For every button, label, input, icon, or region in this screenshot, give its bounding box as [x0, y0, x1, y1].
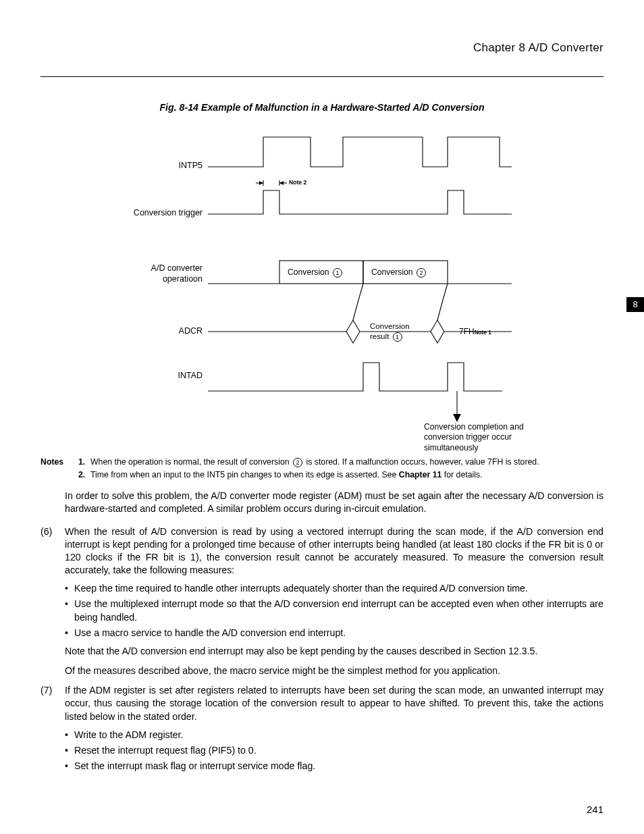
item-7-marker: (7) — [41, 684, 65, 723]
label-ad-op: A/D converter operatioon — [101, 263, 203, 284]
item-7-bullet-3: Set the interrupt mask flag or interrupt… — [65, 760, 603, 773]
item-6-after1: Note that the A/D conversion end interru… — [65, 645, 603, 658]
note2-mark: Note 2 — [289, 179, 306, 186]
note1-text-b: is stored. If a malfunction occurs, howe… — [304, 457, 539, 467]
page-number: 241 — [587, 803, 603, 816]
diagram-footer-l2: conversion trigger occur — [424, 432, 512, 442]
item-6-bullet-2: Use the multiplexed interrupt mode so th… — [65, 598, 603, 623]
label-adcr: ADCR — [101, 326, 203, 337]
item-6-after2: Of the measures described above, the mac… — [65, 664, 603, 677]
svg-marker-4 — [453, 414, 461, 422]
item-6-bullet-3: Use a macro service to handle the A/D co… — [65, 627, 603, 640]
item-6: (6) When the result of A/D conversion is… — [41, 525, 603, 577]
note2-text: Time from when an input to the INT5 pin … — [90, 469, 603, 481]
diagram-footer-l1: Conversion completion and — [424, 422, 524, 432]
item-6-marker: (6) — [41, 525, 65, 577]
op-conv2: Conversion 2 — [371, 267, 427, 278]
item-7-text: If the ADM register is set after registe… — [65, 684, 603, 723]
circled-1-a: 1 — [333, 268, 342, 278]
figure-title: Fig. 8-14 Example of Malfunction in a Ha… — [41, 101, 603, 114]
note1-sup: Note 1 — [475, 330, 491, 336]
op-conv1-text: Conversion — [288, 267, 329, 277]
op-conv1: Conversion 1 — [288, 267, 344, 278]
item-7-bullet-2: Reset the interrupt request flag (PIF5) … — [65, 744, 603, 757]
circled-2-b: 2 — [293, 458, 302, 467]
adcr-conv-result-l1: Conversion — [370, 321, 410, 330]
item-7: (7) If the ADM register is set after reg… — [41, 684, 603, 723]
note1-text: When the operation is normal, the result… — [90, 456, 603, 469]
timing-diagram: INTP5 Conversion trigger A/D converter o… — [41, 126, 603, 444]
diagram-footer-l3: simultaneously — [424, 443, 479, 452]
note2-bold: Chapter 11 — [399, 470, 442, 479]
adcr-conv-result: Conversion result 1 — [370, 321, 410, 341]
svg-marker-0 — [259, 181, 263, 185]
chapter-header: Chapter 8 A/D Converter — [41, 41, 603, 61]
label-ad-op-l2: operatioon — [163, 274, 203, 284]
para-intro: In order to solve this problem, the A/D … — [65, 490, 603, 515]
note1-num: 1. — [78, 456, 90, 469]
adcr-7fh-val: 7FH — [459, 327, 475, 336]
item-7-bullets: Write to the ADM register. Reset the int… — [65, 729, 603, 773]
header-rule — [41, 76, 603, 77]
note2-text-b: for details. — [441, 470, 482, 479]
notes-label: Notes — [41, 456, 78, 469]
op-conv2-text: Conversion — [371, 267, 413, 277]
adcr-conv-result-l2: result — [370, 332, 389, 340]
label-ad-op-l1: A/D converter — [151, 263, 203, 273]
item-7-bullet-1: Write to the ADM register. — [65, 729, 603, 741]
note2-num: 2. — [78, 469, 90, 481]
label-intad: INTAD — [101, 371, 203, 382]
notes-block: Notes 1. When the operation is normal, t… — [41, 456, 603, 481]
item-6-text: When the result of A/D conversion is rea… — [65, 525, 603, 577]
diagram-footer-note: Conversion completion and conversion tri… — [424, 422, 566, 453]
label-conv-trigger: Conversion trigger — [101, 208, 203, 219]
note2-text-a: Time from when an input to the INT5 pin … — [90, 470, 399, 479]
adcr-7fh: 7FHNote 1 — [459, 327, 491, 337]
item-6-bullets: Keep the time required to handle other i… — [65, 582, 603, 640]
circled-2-a: 2 — [417, 268, 426, 278]
svg-marker-1 — [279, 181, 284, 185]
circled-1-b: 1 — [393, 332, 402, 342]
item-6-bullet-1: Keep the time required to handle other i… — [65, 582, 603, 595]
note1-text-a: When the operation is normal, the result… — [90, 457, 292, 467]
label-intp5: INTP5 — [101, 161, 203, 172]
